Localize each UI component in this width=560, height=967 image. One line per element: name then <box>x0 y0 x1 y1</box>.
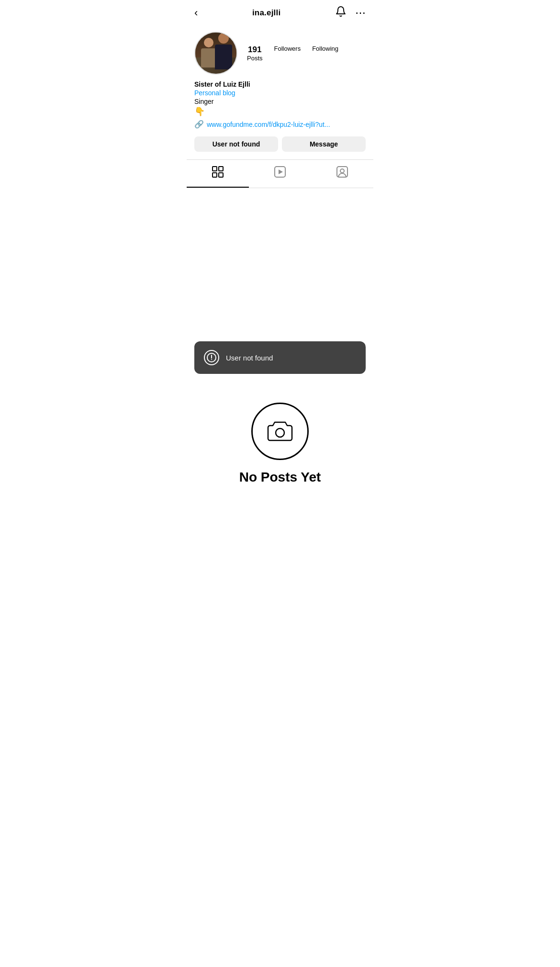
grid-icon <box>212 166 224 181</box>
bio-name: Sister of Luiz Ejlli <box>194 80 366 88</box>
tab-reels[interactable] <box>249 160 311 188</box>
content-area <box>187 188 373 332</box>
link-icon: 🔗 <box>194 120 204 129</box>
tagged-icon <box>336 166 348 181</box>
toast-message: User not found <box>226 354 273 362</box>
more-options-icon[interactable]: ⋯ <box>355 7 366 19</box>
header-actions: ⋯ <box>335 6 366 20</box>
reels-icon <box>274 166 286 181</box>
avatar[interactable] <box>194 32 237 75</box>
tab-tagged[interactable] <box>311 160 373 188</box>
followers-stat[interactable]: Followers <box>274 45 301 62</box>
no-posts-title: No Posts Yet <box>239 470 321 485</box>
toast-notification: User not found <box>194 341 366 374</box>
svg-point-10 <box>211 359 212 360</box>
bio-url[interactable]: 🔗 www.gofundme.com/f/dkpu2-luiz-ejlli?ut… <box>194 120 366 129</box>
tab-bar <box>187 159 373 188</box>
svg-rect-1 <box>219 167 223 171</box>
tab-grid[interactable] <box>187 160 249 188</box>
profile-stats: 191 Posts Followers Following <box>247 45 366 62</box>
user-not-found-button[interactable]: User not found <box>194 136 278 152</box>
posts-count: 191 <box>248 45 261 55</box>
bio-emoji: 👇 <box>194 106 366 117</box>
bio-section: Sister of Luiz Ejlli Personal blog Singe… <box>187 75 373 129</box>
svg-rect-2 <box>213 173 217 177</box>
svg-point-7 <box>340 169 344 173</box>
toast-error-icon <box>204 350 219 365</box>
profile-row: 191 Posts Followers Following <box>194 32 366 75</box>
posts-stat[interactable]: 191 Posts <box>247 45 263 62</box>
notification-icon[interactable] <box>335 6 347 20</box>
bio-description: Singer <box>194 98 366 105</box>
followers-label: Followers <box>274 45 301 52</box>
profile-section: 191 Posts Followers Following <box>187 26 373 75</box>
action-buttons: User not found Message <box>187 131 373 157</box>
back-button[interactable]: ‹ <box>194 7 198 19</box>
header-username: ina.ejlli <box>252 8 280 18</box>
camera-icon <box>266 417 294 446</box>
svg-rect-3 <box>219 173 223 177</box>
message-button[interactable]: Message <box>282 136 366 152</box>
following-label: Following <box>312 45 338 52</box>
svg-point-11 <box>276 428 284 437</box>
posts-label: Posts <box>247 55 263 62</box>
header: ‹ ina.ejlli ⋯ <box>187 0 373 26</box>
svg-rect-0 <box>213 167 217 171</box>
following-stat[interactable]: Following <box>312 45 338 62</box>
camera-circle <box>251 403 309 460</box>
no-posts-section: No Posts Yet <box>187 383 373 514</box>
bio-url-text: www.gofundme.com/f/dkpu2-luiz-ejlli?ut..… <box>207 121 330 128</box>
svg-marker-5 <box>279 169 283 174</box>
bio-category[interactable]: Personal blog <box>194 89 366 97</box>
